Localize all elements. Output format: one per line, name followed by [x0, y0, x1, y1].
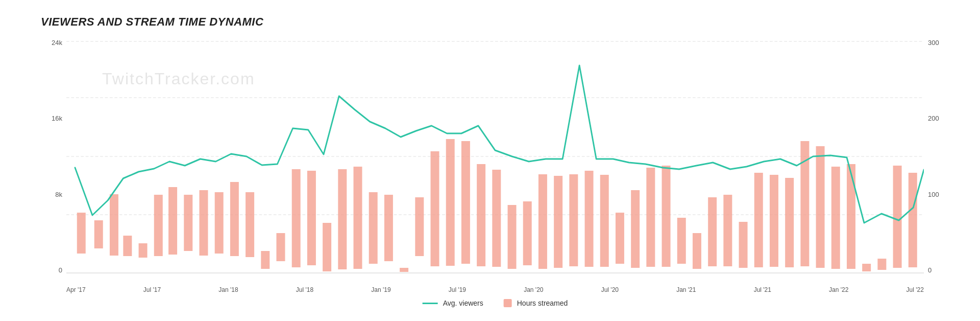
- svg-rect-49: [754, 173, 763, 267]
- svg-rect-24: [369, 192, 378, 264]
- svg-rect-18: [277, 233, 285, 261]
- svg-rect-41: [631, 190, 640, 268]
- x-label-jul17: Jul '17: [143, 286, 161, 293]
- svg-rect-46: [708, 197, 717, 266]
- svg-rect-6: [94, 220, 103, 248]
- y-axis-right: 0 100 200 300: [924, 39, 949, 274]
- x-axis: Apr '17 Jul '17 Jan '18 Jul '18 Jan '19 …: [66, 286, 924, 293]
- svg-rect-30: [461, 141, 470, 264]
- svg-rect-50: [770, 175, 778, 267]
- svg-rect-54: [831, 167, 840, 269]
- svg-rect-35: [538, 174, 547, 269]
- svg-rect-39: [600, 175, 609, 267]
- x-label-jan20: Jan '20: [524, 286, 543, 293]
- x-label-jul22: Jul '22: [906, 286, 924, 293]
- legend: Avg. viewers Hours streamed: [423, 299, 568, 307]
- y-right-200: 200: [928, 114, 939, 122]
- svg-rect-19: [292, 169, 301, 267]
- y-left-8k: 8k: [55, 191, 62, 198]
- chart-title: VIEWERS AND STREAM TIME DYNAMIC: [41, 15, 949, 29]
- svg-rect-28: [431, 151, 439, 266]
- svg-rect-7: [110, 194, 118, 256]
- svg-rect-53: [816, 146, 825, 268]
- svg-rect-10: [154, 195, 163, 256]
- svg-rect-29: [446, 139, 455, 266]
- svg-rect-16: [246, 192, 254, 257]
- svg-rect-5: [77, 213, 86, 254]
- svg-rect-26: [400, 268, 408, 272]
- x-label-jan19: Jan '19: [371, 286, 390, 293]
- svg-rect-59: [909, 173, 917, 267]
- svg-rect-36: [554, 176, 562, 268]
- svg-rect-9: [139, 243, 148, 258]
- y-right-0: 0: [928, 266, 932, 274]
- svg-rect-58: [893, 166, 902, 268]
- legend-avg-viewers: Avg. viewers: [423, 299, 483, 307]
- legend-line-icon: [423, 303, 438, 304]
- svg-rect-51: [785, 178, 794, 267]
- y-left-16k: 16k: [52, 114, 62, 122]
- x-label-jan18: Jan '18: [218, 286, 238, 293]
- svg-rect-37: [569, 174, 578, 266]
- legend-avg-viewers-label: Avg. viewers: [443, 299, 483, 307]
- legend-hours-streamed: Hours streamed: [504, 299, 568, 307]
- x-label-jan21: Jan '21: [676, 286, 696, 293]
- x-label-jan22: Jan '22: [829, 286, 848, 293]
- svg-rect-45: [693, 233, 701, 269]
- svg-rect-55: [847, 164, 855, 269]
- svg-rect-38: [585, 171, 594, 267]
- svg-rect-56: [862, 264, 871, 271]
- svg-rect-17: [261, 251, 270, 269]
- svg-rect-43: [662, 166, 671, 267]
- y-left-0: 0: [59, 266, 62, 274]
- svg-rect-14: [215, 192, 224, 254]
- svg-rect-23: [354, 167, 362, 269]
- svg-rect-31: [477, 164, 485, 266]
- svg-rect-13: [199, 190, 208, 256]
- svg-rect-21: [323, 223, 331, 271]
- svg-rect-12: [184, 195, 192, 251]
- svg-rect-48: [739, 222, 748, 268]
- x-label-jul18: Jul '18: [296, 286, 313, 293]
- svg-rect-57: [877, 259, 886, 270]
- svg-rect-15: [230, 182, 239, 256]
- x-label-apr17: Apr '17: [66, 286, 86, 293]
- svg-rect-40: [616, 213, 624, 264]
- x-label-jul20: Jul '20: [601, 286, 619, 293]
- svg-rect-34: [523, 201, 532, 265]
- svg-rect-47: [723, 195, 732, 266]
- y-right-100: 100: [928, 191, 939, 198]
- chart-svg: [66, 39, 924, 274]
- svg-rect-32: [492, 170, 501, 267]
- chart-inner: Apr '17 Jul '17 Jan '18 Jul '18 Jan '19 …: [66, 39, 924, 274]
- svg-rect-27: [415, 197, 424, 256]
- svg-rect-33: [508, 205, 517, 269]
- svg-rect-20: [307, 171, 316, 265]
- legend-bar-icon: [504, 299, 512, 307]
- y-left-24k: 24k: [52, 39, 62, 47]
- svg-rect-22: [338, 169, 347, 269]
- x-label-jul19: Jul '19: [449, 286, 466, 293]
- chart-area: TwitchTracker.com 0 8k 16k 24k 0 100 200…: [41, 39, 949, 274]
- chart-container: VIEWERS AND STREAM TIME DYNAMIC TwitchTr…: [0, 0, 980, 321]
- legend-hours-streamed-label: Hours streamed: [517, 299, 568, 307]
- svg-rect-8: [123, 236, 132, 256]
- svg-rect-44: [677, 218, 686, 264]
- svg-rect-11: [168, 187, 177, 255]
- y-right-300: 300: [928, 39, 939, 47]
- svg-rect-42: [646, 168, 655, 267]
- x-label-jul21: Jul '21: [754, 286, 771, 293]
- svg-rect-25: [384, 195, 393, 261]
- y-axis-left: 0 8k 16k 24k: [41, 39, 66, 274]
